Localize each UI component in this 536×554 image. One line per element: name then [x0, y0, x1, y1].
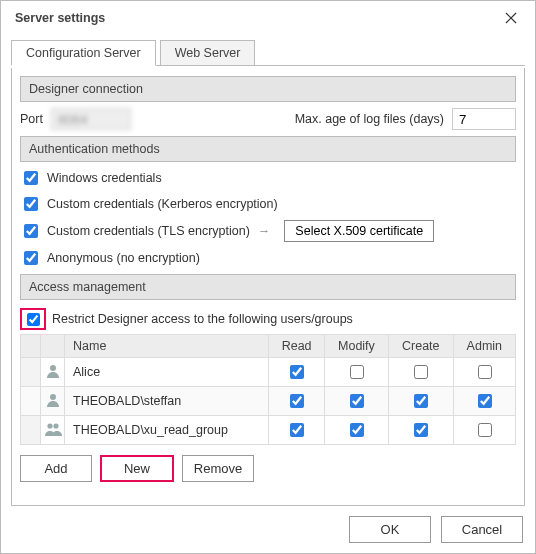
close-icon[interactable]	[497, 7, 525, 29]
row-handle[interactable]	[21, 387, 41, 416]
table-row[interactable]: THEOBALD\steffan	[21, 387, 516, 416]
user-icon	[41, 387, 65, 416]
section-designer-connection: Designer connection	[20, 76, 516, 102]
cell-admin	[453, 358, 515, 387]
access-table: Name Read Modify Create Admin AliceTHEOB…	[20, 334, 516, 445]
permission-checkbox[interactable]	[350, 365, 364, 379]
permission-checkbox[interactable]	[290, 365, 304, 379]
cell-modify	[324, 416, 388, 445]
icon-header	[41, 335, 65, 358]
ok-button[interactable]: OK	[349, 516, 431, 543]
cell-name: THEOBALD\steffan	[65, 387, 269, 416]
svg-point-5	[53, 423, 58, 428]
checkbox-anonymous[interactable]	[24, 251, 38, 265]
row-handle-header	[21, 335, 41, 358]
cancel-button[interactable]: Cancel	[441, 516, 523, 543]
cell-read	[269, 416, 325, 445]
checkbox-kerberos[interactable]	[24, 197, 38, 211]
svg-point-3	[50, 394, 56, 400]
cell-admin	[453, 387, 515, 416]
tab-web-server[interactable]: Web Server	[160, 40, 256, 66]
permission-checkbox[interactable]	[478, 423, 492, 437]
permission-checkbox[interactable]	[290, 423, 304, 437]
label-tls: Custom credentials (TLS encryption)	[47, 224, 250, 238]
cell-create	[388, 358, 453, 387]
cell-name: THEOBALD\xu_read_group	[65, 416, 269, 445]
access-button-bar: Add New Remove	[20, 455, 516, 482]
col-modify[interactable]: Modify	[324, 335, 388, 358]
permission-checkbox[interactable]	[478, 394, 492, 408]
permission-checkbox[interactable]	[414, 365, 428, 379]
designer-row: Port Max. age of log files (days)	[20, 108, 516, 130]
row-handle[interactable]	[21, 416, 41, 445]
checkbox-restrict-access[interactable]	[27, 313, 40, 326]
restrict-row: Restrict Designer access to the followin…	[20, 308, 516, 330]
row-handle[interactable]	[21, 358, 41, 387]
permission-checkbox[interactable]	[478, 365, 492, 379]
cell-name: Alice	[65, 358, 269, 387]
permission-checkbox[interactable]	[414, 394, 428, 408]
maxage-label: Max. age of log files (days)	[295, 112, 444, 126]
cell-admin	[453, 416, 515, 445]
cell-modify	[324, 358, 388, 387]
titlebar: Server settings	[1, 1, 535, 33]
col-create[interactable]: Create	[388, 335, 453, 358]
add-button[interactable]: Add	[20, 455, 92, 482]
tab-panel: Designer connection Port Max. age of log…	[11, 68, 525, 506]
maxage-input[interactable]	[452, 108, 516, 130]
port-input[interactable]	[51, 108, 131, 130]
svg-point-4	[47, 423, 52, 428]
checkbox-windows-credentials[interactable]	[24, 171, 38, 185]
dialog-footer: OK Cancel	[1, 506, 535, 553]
col-admin[interactable]: Admin	[453, 335, 515, 358]
cell-read	[269, 358, 325, 387]
cell-create	[388, 416, 453, 445]
table-row[interactable]: THEOBALD\xu_read_group	[21, 416, 516, 445]
dialog-body: Configuration Server Web Server Designer…	[1, 33, 535, 506]
user-icon	[41, 358, 65, 387]
label-anonymous: Anonymous (no encryption)	[47, 251, 200, 265]
section-access-management: Access management	[20, 274, 516, 300]
tab-strip: Configuration Server Web Server	[11, 39, 525, 66]
permission-checkbox[interactable]	[414, 423, 428, 437]
checkbox-tls[interactable]	[24, 224, 38, 238]
server-settings-window: Server settings Configuration Server Web…	[0, 0, 536, 554]
permission-checkbox[interactable]	[350, 394, 364, 408]
new-button[interactable]: New	[100, 455, 174, 482]
label-windows-credentials: Windows credentials	[47, 171, 162, 185]
section-auth-methods: Authentication methods	[20, 136, 516, 162]
group-icon	[41, 416, 65, 445]
permission-checkbox[interactable]	[350, 423, 364, 437]
tab-configuration-server[interactable]: Configuration Server	[11, 40, 156, 66]
window-title: Server settings	[15, 11, 105, 25]
port-label: Port	[20, 112, 43, 126]
permission-checkbox[interactable]	[290, 394, 304, 408]
remove-button[interactable]: Remove	[182, 455, 254, 482]
highlight-restrict-checkbox	[20, 308, 46, 330]
label-kerberos: Custom credentials (Kerberos encryption)	[47, 197, 278, 211]
arrow-icon: →	[258, 224, 271, 238]
cell-read	[269, 387, 325, 416]
table-row[interactable]: Alice	[21, 358, 516, 387]
cell-create	[388, 387, 453, 416]
label-restrict-access: Restrict Designer access to the followin…	[52, 312, 353, 326]
select-certificate-button[interactable]: Select X.509 certificate	[284, 220, 434, 242]
svg-point-2	[50, 365, 56, 371]
col-read[interactable]: Read	[269, 335, 325, 358]
cell-modify	[324, 387, 388, 416]
col-name[interactable]: Name	[65, 335, 269, 358]
